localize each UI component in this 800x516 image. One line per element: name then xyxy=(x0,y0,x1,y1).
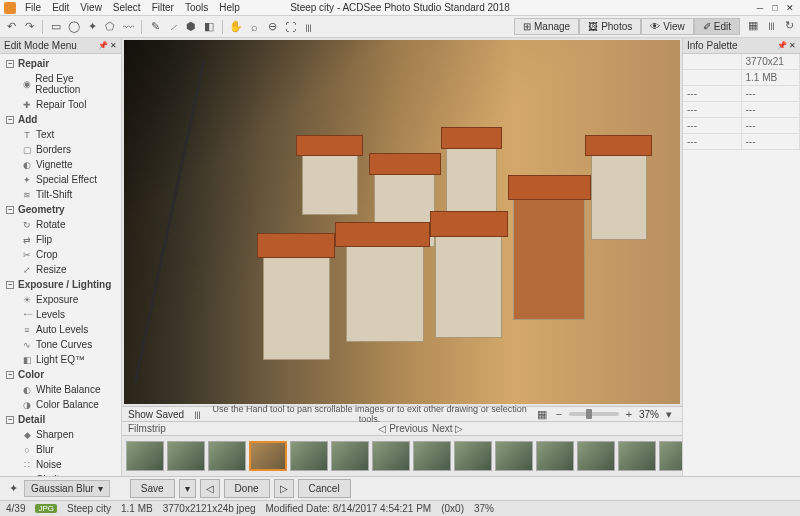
tree-group[interactable]: −Geometry xyxy=(0,202,121,217)
mode-edit[interactable]: ✐Edit xyxy=(694,18,740,35)
minimize-icon[interactable]: ─ xyxy=(754,2,766,14)
select-rect-icon[interactable]: ▭ xyxy=(49,20,63,34)
brush-icon[interactable]: 〰 xyxy=(121,20,135,34)
tree-item[interactable]: ⤢Resize xyxy=(0,262,121,277)
tree-item[interactable]: ◧Light EQ™ xyxy=(0,352,121,367)
gradient-icon[interactable]: ◧ xyxy=(202,20,216,34)
eyedropper-icon[interactable]: ⟋ xyxy=(166,20,180,34)
thumb[interactable] xyxy=(659,441,682,471)
zoom-in-icon[interactable]: ⌕ xyxy=(247,20,261,34)
thumb[interactable] xyxy=(126,441,164,471)
undo-icon[interactable]: ↶ xyxy=(4,20,18,34)
show-saved-toggle[interactable]: Show Saved xyxy=(128,409,184,420)
fit-icon[interactable]: ⛶ xyxy=(283,20,297,34)
prev-button[interactable]: ◁ Previous xyxy=(378,423,428,434)
menu-file[interactable]: File xyxy=(20,1,46,14)
thumb[interactable] xyxy=(495,441,533,471)
tree-item[interactable]: ◆Sharpen xyxy=(0,427,121,442)
tree-item[interactable]: ☀Exposure xyxy=(0,292,121,307)
done-button[interactable]: Done xyxy=(224,479,270,498)
zoom-slider[interactable] xyxy=(569,412,619,416)
tree-item[interactable]: ○Blur xyxy=(0,442,121,457)
tree-item[interactable]: ∷Noise xyxy=(0,457,121,472)
bucket-icon[interactable]: ⬢ xyxy=(184,20,198,34)
save-button[interactable]: Save xyxy=(130,479,175,498)
histogram-icon[interactable]: ⫼ xyxy=(301,20,315,34)
menu-edit[interactable]: Edit xyxy=(47,1,74,14)
menu-select[interactable]: Select xyxy=(108,1,146,14)
zoom-plus-icon[interactable]: + xyxy=(622,407,636,421)
tree-item[interactable]: ✚Repair Tool xyxy=(0,97,121,112)
prev-img-button[interactable]: ◁ xyxy=(200,479,220,498)
chart-icon[interactable]: ⫼ xyxy=(764,18,778,32)
lasso-icon[interactable]: ◯ xyxy=(67,20,81,34)
pencil-icon[interactable]: ✎ xyxy=(148,20,162,34)
thumb[interactable] xyxy=(208,441,246,471)
tree-item[interactable]: ↻Rotate xyxy=(0,217,121,232)
collapse-icon[interactable]: − xyxy=(6,371,14,379)
tree-item[interactable]: ✦Special Effect xyxy=(0,172,121,187)
tree-item[interactable]: ▢Borders xyxy=(0,142,121,157)
zoom-dropdown-icon[interactable]: ▾ xyxy=(662,407,676,421)
polygon-icon[interactable]: ⬠ xyxy=(103,20,117,34)
collapse-icon[interactable]: − xyxy=(6,416,14,424)
histogram-toggle-icon[interactable]: ⫼ xyxy=(190,407,204,421)
cancel-button[interactable]: Cancel xyxy=(298,479,351,498)
tree-item[interactable]: ⬳Levels xyxy=(0,307,121,322)
thumb[interactable] xyxy=(577,441,615,471)
mode-photos[interactable]: 🖼Photos xyxy=(579,18,641,35)
tree-item[interactable]: ≋Tilt-Shift xyxy=(0,187,121,202)
tree-item[interactable]: ≡Auto Levels xyxy=(0,322,121,337)
wand-icon[interactable]: ✦ xyxy=(85,20,99,34)
tree-group[interactable]: −Add xyxy=(0,112,121,127)
nav-thumb-icon[interactable]: ▦ xyxy=(535,407,549,421)
collapse-icon[interactable]: − xyxy=(6,60,14,68)
tree-item[interactable]: ⇄Flip xyxy=(0,232,121,247)
redo-icon[interactable]: ↷ xyxy=(22,20,36,34)
hand-icon[interactable]: ✋ xyxy=(229,20,243,34)
tree-group[interactable]: −Color xyxy=(0,367,121,382)
collapse-icon[interactable]: − xyxy=(6,116,14,124)
menu-tools[interactable]: Tools xyxy=(180,1,213,14)
tree-item[interactable]: ◐Vignette xyxy=(0,157,121,172)
collapse-icon[interactable]: − xyxy=(6,206,14,214)
tree-group[interactable]: −Repair xyxy=(0,56,121,71)
next-button[interactable]: Next ▷ xyxy=(432,423,463,434)
thumb-selected[interactable] xyxy=(249,441,287,471)
thumb[interactable] xyxy=(454,441,492,471)
thumb[interactable] xyxy=(372,441,410,471)
thumb[interactable] xyxy=(618,441,656,471)
zoom-out-icon[interactable]: ⊖ xyxy=(265,20,279,34)
filmstrip[interactable] xyxy=(122,436,682,476)
maximize-icon[interactable]: □ xyxy=(769,2,781,14)
thumb[interactable] xyxy=(413,441,451,471)
pin-icon[interactable]: 📌 ✕ xyxy=(98,41,117,50)
tree-item[interactable]: ◐White Balance xyxy=(0,382,121,397)
filter-dropdown[interactable]: Gaussian Blur▾ xyxy=(24,480,110,497)
close-icon[interactable]: ✕ xyxy=(784,2,796,14)
menu-view[interactable]: View xyxy=(75,1,107,14)
thumb[interactable] xyxy=(536,441,574,471)
mode-manage[interactable]: ⊞Manage xyxy=(514,18,579,35)
menu-filter[interactable]: Filter xyxy=(147,1,179,14)
collapse-icon[interactable]: − xyxy=(6,281,14,289)
zoom-minus-icon[interactable]: − xyxy=(552,407,566,421)
tree-item[interactable]: ∿Tone Curves xyxy=(0,337,121,352)
thumb[interactable] xyxy=(167,441,205,471)
tree-item[interactable]: ✂Crop xyxy=(0,247,121,262)
menu-help[interactable]: Help xyxy=(214,1,245,14)
sync-icon[interactable]: ↻ xyxy=(782,18,796,32)
save-menu-icon[interactable]: ▾ xyxy=(179,479,196,498)
tree-group[interactable]: −Exposure / Lighting xyxy=(0,277,121,292)
tree-item[interactable]: ◑Color Balance xyxy=(0,397,121,412)
thumb[interactable] xyxy=(331,441,369,471)
pin-icon[interactable]: 📌 ✕ xyxy=(777,41,796,50)
tree-item[interactable]: TText xyxy=(0,127,121,142)
batch-icon[interactable]: ▦ xyxy=(746,18,760,32)
thumb[interactable] xyxy=(290,441,328,471)
tree-item[interactable]: ◉Red Eye Reduction xyxy=(0,71,121,97)
mode-view[interactable]: 👁View xyxy=(641,18,694,35)
next-img-button[interactable]: ▷ xyxy=(274,479,294,498)
effect-icon[interactable]: ✦ xyxy=(6,482,20,496)
tree-group[interactable]: −Detail xyxy=(0,412,121,427)
